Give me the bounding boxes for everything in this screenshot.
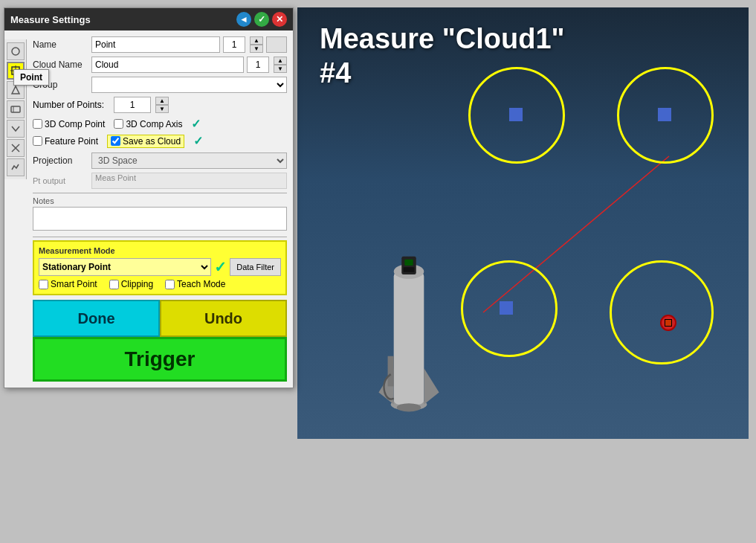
num-points-label: Number of Points: bbox=[33, 100, 111, 110]
feature-point-checkbox[interactable]: Feature Point bbox=[33, 136, 98, 147]
mode-row: Stationary Point ✓ Data Filter bbox=[39, 258, 281, 276]
mode-select[interactable]: Stationary Point bbox=[39, 258, 211, 276]
name-label: Name bbox=[33, 39, 88, 50]
divider-2 bbox=[33, 237, 287, 237]
notes-header: Notes bbox=[33, 196, 287, 205]
name-row: Name ▲ ▼ bbox=[33, 36, 287, 53]
undo-button[interactable]: Undo bbox=[160, 300, 287, 337]
toolbar-icon-5[interactable] bbox=[7, 120, 25, 138]
svg-marker-16 bbox=[424, 368, 439, 405]
back-button[interactable]: ◄ bbox=[236, 12, 251, 27]
projection-select[interactable]: 3D Space bbox=[91, 152, 287, 169]
svg-point-0 bbox=[12, 48, 19, 55]
svg-point-18 bbox=[397, 403, 421, 411]
group-row: Group bbox=[33, 77, 287, 93]
name-extra-btn[interactable] bbox=[266, 36, 287, 53]
notes-input[interactable] bbox=[33, 207, 287, 231]
svg-rect-4 bbox=[11, 106, 20, 112]
checkboxes-row-1: 3D Comp Point 3D Comp Axis ✓ bbox=[33, 117, 287, 131]
viewport-title-line1: Measure "Cloud1" bbox=[320, 22, 565, 57]
accept-button[interactable]: ✓ bbox=[254, 12, 269, 27]
num-points-spin-up[interactable]: ▲ bbox=[155, 97, 169, 105]
svg-rect-17 bbox=[388, 356, 394, 387]
save-cloud-check-icon: ✓ bbox=[193, 134, 203, 148]
save-as-cloud-checkbox[interactable]: Save as Cloud bbox=[107, 135, 184, 148]
cloud-name-label: Cloud Name bbox=[33, 60, 88, 70]
mouse-cursor-area bbox=[119, 446, 208, 536]
svg-rect-10 bbox=[394, 272, 424, 405]
mode-check-icon: ✓ bbox=[214, 258, 227, 276]
num-points-row: Number of Points: ▲ ▼ bbox=[33, 97, 287, 113]
red-dot-inner bbox=[665, 319, 672, 327]
dialog-title: Measure Settings bbox=[10, 14, 236, 25]
toolbar-icon-6[interactable] bbox=[7, 139, 25, 157]
group-select[interactable] bbox=[91, 77, 287, 93]
blue-sq-top-right bbox=[658, 108, 671, 121]
name-spinner: ▲ ▼ bbox=[250, 36, 263, 53]
teach-mode-checkbox[interactable]: Teach Mode bbox=[165, 279, 225, 289]
cloud-name-row: Cloud Name ▲ ▼ bbox=[33, 57, 287, 73]
comp-axis-check-icon: ✓ bbox=[191, 117, 201, 131]
rocket-svg bbox=[372, 223, 446, 417]
pt-output-row: Pt output Meas Point bbox=[33, 173, 287, 189]
measure-settings-dialog: Measure Settings ◄ ✓ ✕ bbox=[4, 7, 294, 388]
3d-viewport: Measure "Cloud1" #4 bbox=[297, 7, 749, 439]
3d-comp-point-checkbox[interactable]: 3D Comp Point bbox=[33, 119, 105, 129]
measurement-mode-section: Measurement Mode Stationary Point ✓ Data… bbox=[33, 240, 287, 295]
notes-section: Notes bbox=[33, 196, 287, 233]
checkboxes-row-2: Feature Point Save as Cloud ✓ bbox=[33, 134, 287, 148]
data-filter-button[interactable]: Data Filter bbox=[230, 258, 281, 276]
num-points-spin-down[interactable]: ▼ bbox=[155, 105, 169, 113]
point-tooltip: Point bbox=[13, 69, 49, 86]
cloud-spinner: ▲ ▼ bbox=[274, 57, 287, 73]
projection-label: Projection bbox=[33, 155, 88, 166]
divider-1 bbox=[33, 193, 287, 193]
trigger-button[interactable]: Trigger bbox=[33, 337, 287, 382]
blue-sq-bottom-left bbox=[500, 301, 513, 315]
svg-rect-14 bbox=[404, 267, 415, 272]
circle-bottom-right bbox=[610, 260, 714, 364]
title-buttons: ◄ ✓ ✕ bbox=[236, 12, 287, 27]
close-button[interactable]: ✕ bbox=[272, 12, 287, 27]
num-points-spinner: ▲ ▼ bbox=[155, 97, 169, 113]
cloud-spin-down[interactable]: ▼ bbox=[274, 65, 287, 73]
cloud-name-input[interactable] bbox=[91, 57, 244, 73]
action-buttons: Done Undo bbox=[33, 300, 287, 337]
cloud-spin-up[interactable]: ▲ bbox=[274, 57, 287, 65]
name-num-input[interactable] bbox=[223, 36, 245, 53]
projection-row: Projection 3D Space bbox=[33, 152, 287, 169]
num-points-input[interactable] bbox=[114, 97, 151, 113]
toolbar-icon-7[interactable] bbox=[7, 158, 25, 176]
toolbar-icon-1[interactable] bbox=[7, 42, 25, 60]
name-input[interactable] bbox=[91, 36, 220, 53]
pt-output-value: Meas Point bbox=[91, 173, 287, 189]
toolbar-icon-4[interactable] bbox=[7, 100, 25, 118]
svg-rect-13 bbox=[404, 260, 413, 266]
name-spin-down[interactable]: ▼ bbox=[250, 45, 263, 53]
3d-comp-axis-checkbox[interactable]: 3D Comp Axis bbox=[114, 119, 182, 129]
cloud-num-input[interactable] bbox=[247, 57, 269, 73]
smart-point-checkbox[interactable]: Smart Point bbox=[39, 279, 97, 289]
title-bar: Measure Settings ◄ ✓ ✕ bbox=[4, 8, 293, 30]
name-spin-up[interactable]: ▲ bbox=[250, 36, 263, 45]
done-button[interactable]: Done bbox=[33, 300, 160, 337]
pt-output-label: Pt output bbox=[33, 176, 88, 185]
left-toolbar bbox=[4, 39, 27, 179]
clipping-checkbox[interactable]: Clipping bbox=[109, 279, 153, 289]
mode-section-label: Measurement Mode bbox=[39, 246, 281, 255]
blue-sq-top-left bbox=[509, 108, 523, 121]
options-row: Smart Point Clipping Teach Mode bbox=[39, 279, 281, 289]
